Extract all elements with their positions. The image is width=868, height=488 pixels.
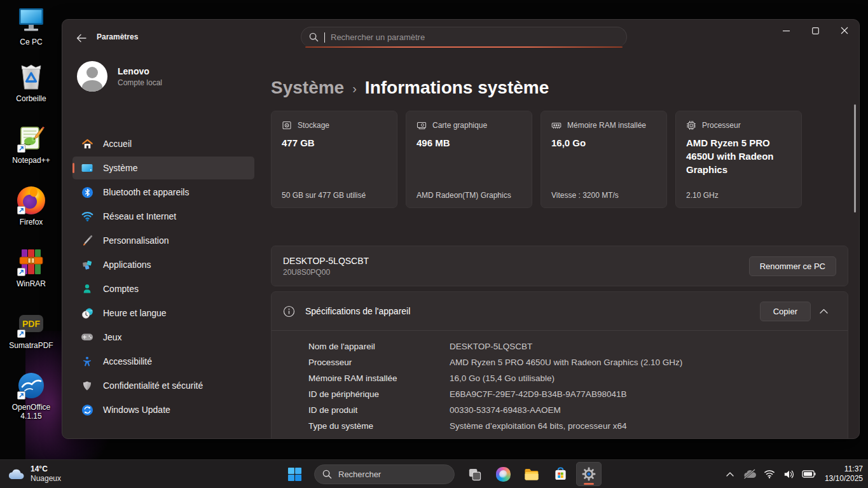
settings-search[interactable] <box>301 27 627 47</box>
sidebar-item-label: Accueil <box>103 139 132 149</box>
desktop-icon-firefox[interactable]: Firefox <box>3 186 60 227</box>
accessibility-icon <box>81 355 93 368</box>
copilot-icon <box>496 467 511 482</box>
card-stockage[interactable]: Stockage 477 GB 50 GB sur 477 GB utilisé <box>271 111 397 208</box>
windows-logo-icon <box>287 467 302 482</box>
sumatrapdf-icon: PDF <box>16 310 46 338</box>
specs-title: Spécifications de l'appareil <box>305 306 410 316</box>
desktop-icon-winrar[interactable]: WinRAR <box>3 248 60 288</box>
desktop-icon-sumatrapdf[interactable]: PDF SumatraPDF <box>3 310 60 350</box>
maximize-button[interactable] <box>801 20 830 41</box>
sidebar-item-accessibilite[interactable]: Accessibilité <box>72 350 254 373</box>
device-model: 20U8S0PQ00 <box>283 268 369 277</box>
tray-wifi-icon[interactable] <box>762 464 777 484</box>
breadcrumb: Système › Informations système <box>271 78 549 98</box>
desktop-icon-openoffice[interactable]: OpenOffice 4.1.15 <box>3 372 60 421</box>
spec-row: Mémoire RAM installée 16,0 Go (15,4 Go u… <box>308 370 848 386</box>
shortcut-arrow-icon <box>17 268 25 276</box>
tray-battery-icon[interactable] <box>801 464 816 484</box>
sidebar-item-confidentialite[interactable]: Confidentialité et sécurité <box>72 374 254 397</box>
desktop-icon-label: Notepad++ <box>12 156 50 165</box>
gpu-icon <box>417 120 427 130</box>
card-detail: 50 GB sur 477 GB utilisé <box>282 191 366 200</box>
cloud-icon <box>6 467 25 481</box>
device-name: DESKTOP-5LQSCBT <box>283 256 369 266</box>
winrar-icon <box>16 248 46 276</box>
desktop-icon-this-pc[interactable]: Ce PC <box>3 6 60 46</box>
tray-chevron-up[interactable] <box>722 464 738 484</box>
desktop-icon-label: OpenOffice 4.1.15 <box>7 403 55 421</box>
time-language-icon <box>81 307 93 319</box>
titlebar[interactable]: Paramètres <box>62 20 859 55</box>
onedrive-paused-icon[interactable] <box>742 464 757 484</box>
bluetooth-icon <box>81 186 93 199</box>
sidebar: Lenovo Compte local Accueil Système <box>62 55 265 438</box>
shield-icon <box>81 379 93 392</box>
back-button[interactable] <box>71 30 92 46</box>
gamepad-icon <box>81 331 93 344</box>
shortcut-arrow-icon <box>17 144 25 153</box>
copy-button[interactable]: Copier <box>760 302 811 321</box>
window-scrollbar[interactable] <box>854 104 856 213</box>
taskbar-search[interactable]: Rechercher <box>314 464 455 484</box>
weather-temperature: 14°C <box>31 464 61 474</box>
desktop-icon-recycle-bin[interactable]: Corbeille <box>3 63 60 103</box>
card-carte-graphique[interactable]: Carte graphique 496 MB AMD Radeon(TM) Gr… <box>406 111 532 208</box>
sidebar-item-accueil[interactable]: Accueil <box>72 132 254 155</box>
sidebar-item-reseau[interactable]: Réseau et Internet <box>72 205 254 228</box>
shortcut-arrow-icon <box>17 330 25 338</box>
sidebar-item-label: Windows Update <box>103 405 170 415</box>
card-detail: 2.10 GHz <box>686 191 719 200</box>
sidebar-item-personnalisation[interactable]: Personnalisation <box>72 229 254 252</box>
search-icon <box>309 32 319 42</box>
svg-text:PDF: PDF <box>22 319 40 329</box>
sidebar-item-windows-update[interactable]: Windows Update <box>72 398 254 421</box>
sidebar-item-jeux[interactable]: Jeux <box>72 326 254 349</box>
file-explorer-button[interactable] <box>519 462 544 486</box>
specs-expander-header[interactable]: Spécifications de l'appareil Copier <box>272 292 848 331</box>
main-content: Système › Informations système Stockage … <box>271 55 859 438</box>
storage-icon <box>282 120 292 130</box>
sidebar-item-label: Applications <box>103 260 151 270</box>
card-label: Processeur <box>702 121 741 130</box>
wifi-icon <box>81 210 93 223</box>
sidebar-item-comptes[interactable]: Comptes <box>72 277 254 300</box>
desktop-icon-notepad-plus-plus[interactable]: Notepad++ <box>3 125 60 165</box>
sidebar-item-systeme[interactable]: Système <box>72 157 254 179</box>
sidebar-item-bluetooth[interactable]: Bluetooth et appareils <box>72 181 254 204</box>
settings-app-button[interactable] <box>576 462 602 486</box>
card-detail: Vitesse : 3200 MT/s <box>551 191 619 200</box>
rename-pc-button[interactable]: Renommer ce PC <box>749 256 836 276</box>
copilot-button[interactable] <box>490 462 516 486</box>
sidebar-item-label: Réseau et Internet <box>103 211 176 221</box>
summary-cards: Stockage 477 GB 50 GB sur 477 GB utilisé… <box>271 111 802 208</box>
microsoft-store-icon <box>553 466 568 482</box>
device-name-section: DESKTOP-5LQSCBT 20U8S0PQ00 Renommer ce P… <box>271 246 848 286</box>
sidebar-item-label: Heure et langue <box>103 308 167 318</box>
tray-volume-icon[interactable] <box>782 464 797 484</box>
home-icon <box>81 137 93 150</box>
task-view-icon <box>467 467 482 482</box>
desktop-icon-label: Corbeille <box>16 94 46 103</box>
settings-gear-icon <box>581 466 596 482</box>
card-label: Carte graphique <box>432 121 487 130</box>
sidebar-item-heure-langue[interactable]: Heure et langue <box>72 302 254 324</box>
breadcrumb-parent[interactable]: Système <box>271 78 344 98</box>
sidebar-item-applications[interactable]: Applications <box>72 253 254 276</box>
desktop-icon-label: Ce PC <box>20 38 42 46</box>
card-memoire-ram[interactable]: Mémoire RAM installée 16,0 Go Vitesse : … <box>541 111 667 208</box>
chevron-up-icon[interactable] <box>811 301 836 321</box>
close-button[interactable] <box>830 20 859 41</box>
microsoft-store-button[interactable] <box>548 462 573 486</box>
clock[interactable]: 11:37 13/10/2025 <box>825 464 863 484</box>
settings-search-input[interactable] <box>331 32 619 42</box>
sidebar-item-label: Personnalisation <box>103 235 169 246</box>
minimize-button[interactable] <box>771 20 801 41</box>
task-view-button[interactable] <box>462 462 487 486</box>
card-value: 16,0 Go <box>551 136 656 150</box>
start-button[interactable] <box>282 462 307 486</box>
user-account[interactable]: Lenovo Compte local <box>77 61 162 92</box>
weather-widget[interactable]: 14°C Nuageux <box>6 464 61 484</box>
card-processeur[interactable]: Processeur AMD Ryzen 5 PRO 4650U with Ra… <box>675 111 802 208</box>
card-detail: AMD Radeon(TM) Graphics <box>417 191 511 200</box>
